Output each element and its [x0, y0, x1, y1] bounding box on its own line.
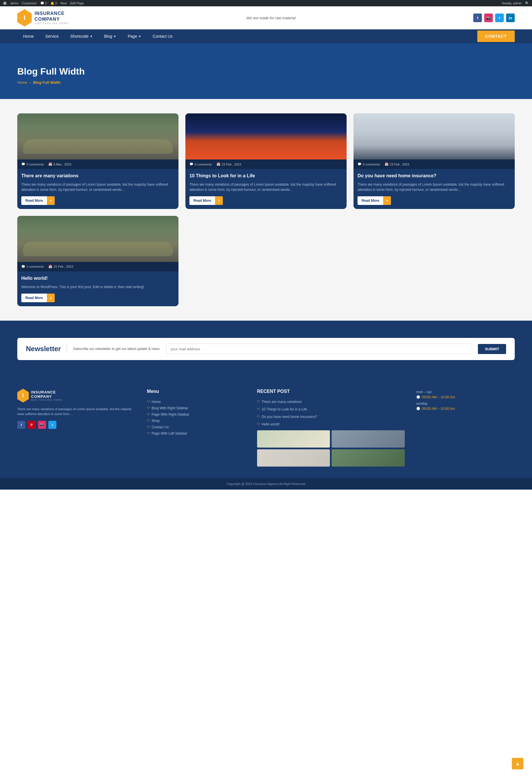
recent-thumb-4 — [332, 449, 405, 467]
blog-card-1-title: There are many variations — [21, 173, 174, 179]
blog-grid-row2: 💬 1 comments 📅 15 Feb , 2023 Hello world… — [17, 216, 515, 306]
recent-post-1[interactable]: There are many variations — [257, 399, 405, 405]
logo-text: INSURANCECOMPANY ADD TAGLINE HERE — [34, 11, 69, 25]
blog-card-3-body: Do you have need home insurance? There a… — [354, 169, 515, 209]
hero-banner: Blog Full Width Home › Blog Full Width — [0, 43, 532, 99]
logo-company: INSURANCECOMPANY — [34, 11, 69, 21]
blog-card-3-comments: 💬 0 comments — [358, 162, 380, 166]
footer-bottom: Copyright @ 2023 Insurance Agency All Ri… — [0, 478, 532, 489]
footer-menu-item-contact[interactable]: Contact Us — [147, 424, 245, 430]
blog-card-4-title: Hello world! — [21, 276, 174, 282]
admin-demo[interactable]: demo — [10, 1, 18, 5]
newsletter-submit-button[interactable]: SUBMIT — [478, 344, 506, 354]
blog-card-4-comments: 💬 1 comments — [21, 265, 44, 268]
nav-home[interactable]: Home — [17, 29, 40, 43]
blog-card-2-meta: 💬 0 comments 📅 23 Feb , 2023 — [185, 159, 347, 169]
footer-menu-section: Menu Home Blog With Right Sidebar Page W… — [147, 389, 245, 467]
blog-card-3-meta: 💬 0 comments 📅 23 Feb , 2023 — [354, 159, 515, 169]
footer-menu-title: Menu — [147, 389, 245, 394]
footer-logo-text: INSURANCECOMPANY ADD TAGLINE HERE — [31, 390, 63, 401]
nav-page[interactable]: Page ▼ — [122, 29, 147, 43]
blog-grid: 💬 0 comments 📅 6 Mar , 2023 There are ma… — [17, 113, 515, 209]
footer-logo-area: I INSURANCECOMPANY ADD TAGLINE HERE Ther… — [17, 389, 136, 467]
footer-menu-list: Home Blog With Right Sidebar Page With R… — [147, 399, 245, 437]
blog-card-3-title: Do you have need home insurance? — [358, 173, 511, 179]
footer-menu-item-shop[interactable]: Shop — [147, 418, 245, 424]
recent-post-3[interactable]: Do you have need home insurance? — [257, 414, 405, 420]
hours-mon-sat-time: 09:00 AM – 10:00 Am — [416, 395, 515, 399]
blog-card-1-excerpt: There are many variations of passages of… — [21, 182, 174, 192]
blog-card-1-meta: 💬 0 comments 📅 6 Mar , 2023 — [17, 159, 178, 169]
linkedin-icon[interactable]: in — [506, 13, 515, 22]
blog-card-1-read-more-arrow: » — [47, 196, 55, 205]
blog-card-1-date: 📅 6 Mar , 2023 — [48, 162, 71, 166]
admin-comments[interactable]: 💬 3 — [40, 1, 47, 5]
blog-card-4-body: Hello world! Welcome to WordPress. This … — [17, 271, 178, 306]
footer-facebook-icon[interactable]: f — [17, 421, 25, 429]
footer-menu-item-home[interactable]: Home — [147, 399, 245, 405]
hours-sunday-label: sunday — [416, 401, 515, 405]
newsletter-desc: Subscribe our newsletter to get our late… — [73, 346, 160, 352]
admin-updates[interactable]: 🔔 0 — [50, 1, 57, 5]
main-content: 💬 0 comments 📅 6 Mar , 2023 There are ma… — [0, 99, 532, 321]
recent-thumb-1 — [257, 430, 330, 448]
social-icons: f 📷 t in — [473, 13, 515, 22]
breadcrumb-home[interactable]: Home — [17, 80, 27, 85]
blog-card-4-image — [17, 216, 178, 262]
admin-wp-icon[interactable]: 🔘 — [3, 1, 7, 5]
copyright-text: Copyright @ 2023 Insurance Agency All Ri… — [227, 482, 305, 485]
blog-card-3-image — [354, 113, 515, 159]
footer-pinterest-icon[interactable]: P — [28, 421, 36, 429]
blog-card-1-body: There are many variations There are many… — [17, 169, 178, 209]
instagram-icon[interactable]: 📷 — [484, 13, 493, 22]
blog-arrow: ▼ — [113, 35, 116, 38]
page-title: Blog Full Width — [17, 66, 515, 77]
blog-card-2-date: 📅 23 Feb , 2023 — [217, 162, 241, 166]
nav-contact-us[interactable]: Contact Us — [147, 29, 178, 43]
newsletter-email-input[interactable] — [166, 344, 472, 354]
recent-post-4[interactable]: Hello world! — [257, 421, 405, 427]
nav-shortcode[interactable]: Shortcode ▼ — [65, 29, 98, 43]
admin-edit-page[interactable]: Edit Page — [70, 1, 84, 5]
footer-recent-title: RECENT POST — [257, 389, 405, 394]
admin-new[interactable]: New — [61, 1, 67, 5]
blog-card-4-read-more[interactable]: Read More » — [21, 294, 55, 302]
footer-logo-icon: I — [17, 389, 29, 403]
recent-post-images — [257, 430, 405, 467]
newsletter-title: Newsletter — [26, 345, 67, 353]
breadcrumb-separator: › — [30, 80, 31, 85]
facebook-icon[interactable]: f — [473, 13, 482, 22]
footer-menu-item-page-left[interactable]: Page With Left Sidebar — [147, 430, 245, 437]
blog-card-1: 💬 0 comments 📅 6 Mar , 2023 There are ma… — [17, 113, 178, 209]
logo-area: I INSURANCECOMPANY ADD TAGLINE HERE — [17, 9, 69, 26]
twitter-icon[interactable]: t — [495, 13, 504, 22]
blog-card-4-read-more-arrow: » — [47, 294, 55, 302]
footer-menu-item-blog-right[interactable]: Blog With Right Sidebar — [147, 405, 245, 411]
shortcode-arrow: ▼ — [90, 35, 93, 38]
blog-card-2-body: 10 Things to Look for in a Life There ar… — [185, 169, 347, 209]
blog-card-1-read-more[interactable]: Read More » — [21, 196, 55, 205]
nav-links: Home Service Shortcode ▼ Blog ▼ Page ▼ C… — [17, 29, 477, 43]
admin-search-icon[interactable]: 🔍 — [525, 1, 529, 5]
footer-logo-company: INSURANCECOMPANY — [31, 390, 63, 399]
blog-card-1-read-more-text: Read More — [21, 196, 47, 205]
blog-card-3-read-more-arrow: » — [383, 196, 391, 205]
footer-grid: I INSURANCECOMPANY ADD TAGLINE HERE Ther… — [17, 389, 515, 467]
blog-card-2-read-more-text: Read More — [189, 196, 215, 205]
hours-mon-sat-label: mon – sat — [416, 390, 515, 394]
breadcrumb-current: Blog Full Width — [33, 80, 61, 85]
blog-card-4-date: 📅 15 Feb , 2023 — [48, 265, 73, 268]
admin-bar: 🔘 demo Customize 💬 3 🔔 0 New Edit Page H… — [0, 0, 532, 6]
footer-twitter-icon[interactable]: t — [48, 421, 57, 429]
blog-card-3-read-more[interactable]: Read More » — [358, 196, 391, 205]
footer-desc: There are many variations of passages of… — [17, 407, 136, 417]
nav-service[interactable]: Service — [40, 29, 65, 43]
recent-post-2[interactable]: 10 Things to Look for in a Life — [257, 406, 405, 412]
blog-card-2-read-more[interactable]: Read More » — [189, 196, 223, 205]
nav-blog[interactable]: Blog ▼ — [98, 29, 122, 43]
contact-button[interactable]: CONTACT — [477, 30, 515, 42]
footer-menu-item-page-right[interactable]: Page With Right Sidebar — [147, 411, 245, 418]
footer-instagram-icon[interactable]: 📷 — [38, 421, 46, 429]
blog-card-1-comments: 💬 0 comments — [21, 162, 44, 166]
admin-customize[interactable]: Customize — [22, 1, 37, 5]
